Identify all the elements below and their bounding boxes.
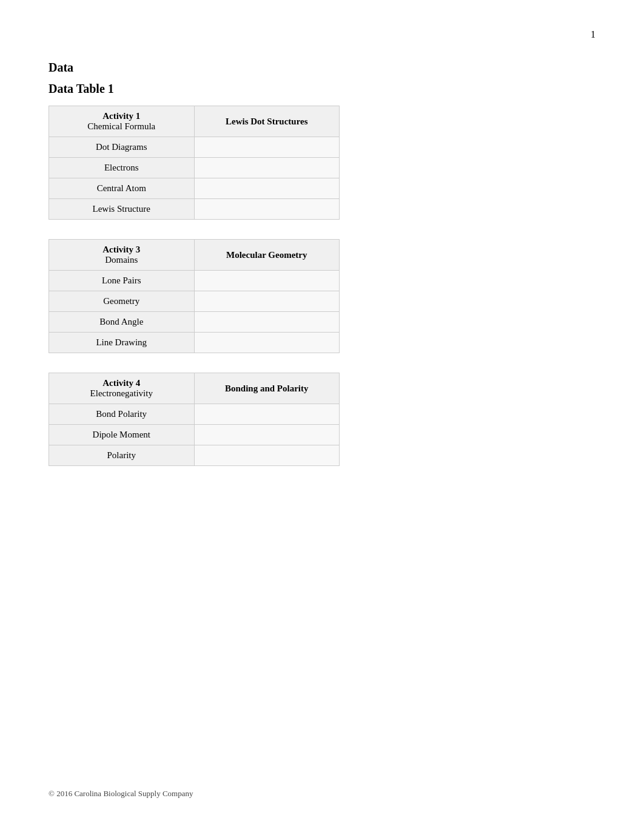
table-row: Dot Diagrams [49,137,340,158]
row-value-bond-angle [194,312,340,333]
row-label-lone-pairs: Lone Pairs [49,271,195,291]
row-label-bond-polarity: Bond Polarity [49,404,195,425]
row-value-lone-pairs [194,271,340,291]
table3-activity-sub: Electronegativity [90,388,153,398]
data-table-heading: Data Table 1 [49,82,595,96]
row-value-polarity [194,445,340,466]
row-label-electrons: Electrons [49,158,195,178]
table1-activity-sub: Chemical Formula [87,121,155,131]
row-label-dipole-moment: Dipole Moment [49,425,195,445]
table3-activity-label: Activity 4 [102,378,140,388]
row-value-lewis-structure [194,199,340,220]
row-label-line-drawing: Line Drawing [49,333,195,353]
row-label-bond-angle: Bond Angle [49,312,195,333]
row-label-lewis-structure: Lewis Structure [49,199,195,220]
row-label-central-atom: Central Atom [49,178,195,199]
row-value-electrons [194,158,340,178]
row-value-bond-polarity [194,404,340,425]
table-row: Bond Angle [49,312,340,333]
row-label-geometry: Geometry [49,291,195,312]
table2-activity-label: Activity 3 [102,245,140,254]
table-row: Electrons [49,158,340,178]
row-label-dot-diagrams: Dot Diagrams [49,137,195,158]
table-row: Dipole Moment [49,425,340,445]
row-value-dipole-moment [194,425,340,445]
footer-copyright: © 2016 Carolina Biological Supply Compan… [49,789,193,799]
table-row: Lone Pairs [49,271,340,291]
table3-column-header: Bonding and Polarity [194,373,340,404]
table-row: Polarity [49,445,340,466]
row-value-dot-diagrams [194,137,340,158]
data-heading: Data [49,61,595,75]
row-value-central-atom [194,178,340,199]
table-row: Lewis Structure [49,199,340,220]
table-row: Bond Polarity [49,404,340,425]
table1-column-header: Lewis Dot Structures [194,106,340,137]
row-label-polarity: Polarity [49,445,195,466]
table-row: Geometry [49,291,340,312]
data-table-1: Activity 1 Chemical Formula Lewis Dot St… [49,106,340,220]
table2-activity-sub: Domains [105,255,138,265]
table1-activity-label: Activity 1 [102,111,140,121]
table-row: Central Atom [49,178,340,199]
table-row: Line Drawing [49,333,340,353]
table2-column-header: Molecular Geometry [194,240,340,271]
row-value-geometry [194,291,340,312]
data-table-2: Activity 3 Domains Molecular Geometry Lo… [49,239,340,353]
page-number: 1 [591,29,595,40]
row-value-line-drawing [194,333,340,353]
data-table-3: Activity 4 Electronegativity Bonding and… [49,373,340,466]
